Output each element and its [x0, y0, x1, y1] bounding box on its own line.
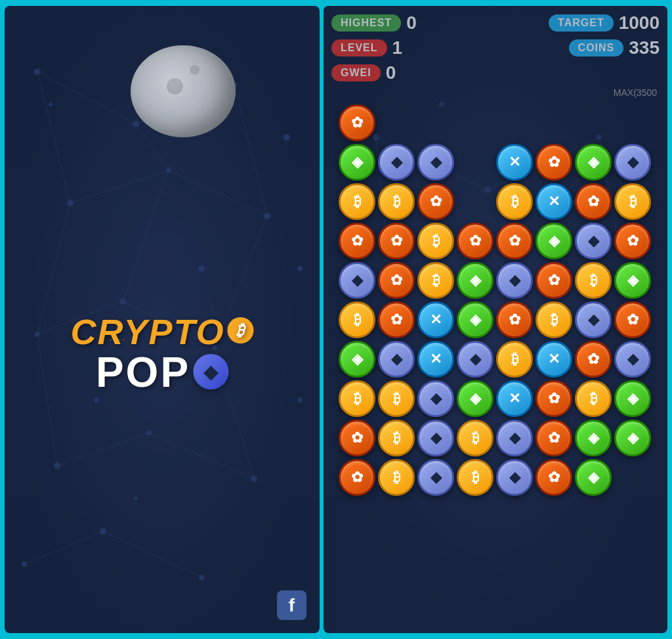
coin-cell[interactable]: ◈ — [457, 301, 494, 338]
coin-cell[interactable]: ◆ — [496, 459, 533, 496]
svg-point-41 — [134, 496, 138, 500]
svg-point-37 — [94, 397, 99, 403]
coin-cell[interactable]: ✕ — [496, 144, 533, 181]
coin-cell[interactable]: ₿ — [339, 183, 375, 220]
coin-cell[interactable]: ◈ — [575, 420, 612, 456]
coin-cell[interactable]: ✿ — [614, 223, 651, 259]
coin-cell[interactable]: ◈ — [536, 223, 572, 259]
coin-cell[interactable]: ◈ — [339, 144, 375, 181]
svg-point-26 — [119, 298, 126, 305]
coin-cell[interactable]: ₿ — [536, 301, 572, 338]
coin-cell[interactable]: ₿ — [339, 380, 375, 417]
coin-cell[interactable]: ✕ — [417, 301, 454, 338]
svg-point-24 — [264, 213, 270, 219]
coin-cell[interactable]: ✿ — [339, 104, 375, 141]
coin-cell[interactable]: ✿ — [536, 144, 572, 181]
coin-cell[interactable]: ◈ — [614, 380, 651, 417]
coin-cell[interactable]: ✿ — [575, 183, 612, 220]
logo-crypto: CRYPTO ₿ — [70, 311, 253, 352]
coin-cell[interactable]: ✿ — [536, 459, 572, 496]
coin-cell[interactable]: ₿ — [496, 183, 533, 220]
coin-cell[interactable]: ◆ — [575, 301, 612, 338]
coin-cell[interactable]: ✿ — [339, 223, 375, 259]
coin-cell[interactable]: ◆ — [457, 341, 494, 378]
coin-cell[interactable]: ◆ — [378, 341, 415, 378]
coin-cell[interactable]: ◆ — [614, 341, 651, 378]
svg-point-38 — [198, 265, 205, 272]
coin-cell[interactable]: ₿ — [378, 183, 415, 220]
svg-point-34 — [284, 134, 290, 141]
right-panel: HIGHEST 0 TARGET 1000 LEVEL 1 COINS 335 … — [324, 6, 667, 633]
coin-cell[interactable]: ✿ — [614, 301, 651, 338]
svg-point-31 — [22, 562, 27, 567]
coin-cell[interactable]: ✿ — [575, 341, 612, 378]
svg-point-29 — [146, 430, 152, 435]
coin-cell[interactable]: ₿ — [378, 459, 415, 496]
dots: · · ·· · — [110, 336, 124, 343]
main-container: CRYPTO ₿ · · ·· · POP ◆ f — [5, 6, 667, 633]
moon — [131, 45, 236, 137]
coin-cell[interactable]: ₿ — [339, 301, 375, 338]
coin-cell[interactable]: ✿ — [378, 301, 415, 338]
svg-point-25 — [35, 332, 40, 337]
coin-cell[interactable]: ✕ — [536, 341, 572, 378]
coin-cell[interactable]: ◈ — [575, 459, 612, 496]
svg-point-19 — [34, 68, 41, 75]
coin-cell[interactable]: ✕ — [417, 341, 454, 378]
coin-cell[interactable]: ✿ — [496, 223, 533, 259]
coin-cell[interactable]: ✿ — [457, 223, 494, 259]
svg-point-35 — [297, 397, 303, 403]
coin-cell[interactable]: ◈ — [614, 262, 651, 299]
coin-cell[interactable]: ◆ — [496, 420, 533, 456]
coin-cell[interactable]: ◆ — [417, 459, 454, 496]
logo-area: CRYPTO ₿ · · ·· · POP ◆ — [70, 311, 253, 397]
coin-cell[interactable]: ◈ — [457, 262, 494, 299]
svg-point-33 — [199, 575, 204, 580]
coin-cell[interactable]: ◆ — [417, 420, 454, 456]
coin-cell[interactable]: ✿ — [339, 420, 375, 456]
coin-cell[interactable]: ✿ — [378, 262, 415, 299]
coin-cell[interactable]: ✿ — [496, 301, 533, 338]
coin-grid: ✿◈◆◆✕✿◈◆₿₿✿₿✕✿₿✿✿₿✿✿◈◆✿◆✿₿◈◆✿₿◈₿✿✕◈✿₿◆✿◈… — [339, 104, 652, 497]
coin-cell[interactable]: ◈ — [457, 380, 494, 417]
coin-cell[interactable]: ◈ — [614, 420, 651, 456]
coin-cell[interactable]: ₿ — [378, 420, 415, 456]
svg-point-23 — [166, 167, 171, 173]
coin-cell[interactable]: ✿ — [339, 459, 375, 496]
coin-cell[interactable]: ◈ — [575, 144, 612, 181]
coin-cell[interactable]: ◆ — [378, 144, 415, 181]
btc-logo-icon: ₿ — [228, 317, 254, 343]
left-panel: CRYPTO ₿ · · ·· · POP ◆ f — [5, 6, 320, 633]
coin-cell[interactable]: ◆ — [496, 262, 533, 299]
coin-cell[interactable]: ✕ — [536, 183, 572, 220]
logo-pop: · · ·· · POP ◆ — [70, 348, 253, 397]
eth-logo-icon: ◆ — [193, 354, 228, 389]
coin-cell[interactable]: ₿ — [614, 183, 651, 220]
coin-cell[interactable]: ✿ — [536, 420, 572, 456]
coin-cell[interactable]: ✿ — [417, 183, 454, 220]
coin-cell[interactable]: ◈ — [339, 341, 375, 378]
coin-cell[interactable]: ✿ — [378, 223, 415, 259]
facebook-button[interactable]: f — [277, 590, 306, 620]
coin-cell[interactable]: ◆ — [417, 144, 454, 181]
coin-cell[interactable]: ◆ — [614, 144, 651, 181]
coin-cell[interactable]: ₿ — [457, 459, 494, 496]
coin-cell[interactable]: ₿ — [575, 262, 612, 299]
coin-cell[interactable]: ✕ — [496, 380, 533, 417]
coin-cell[interactable]: ₿ — [496, 341, 533, 378]
coin-cell[interactable]: ₿ — [417, 262, 454, 299]
svg-point-20 — [133, 121, 139, 127]
coin-cell[interactable]: ✿ — [536, 380, 572, 417]
coin-cell[interactable]: ₿ — [378, 380, 415, 417]
coin-cell[interactable]: ₿ — [575, 380, 612, 417]
coin-cell[interactable]: ◆ — [339, 262, 375, 299]
svg-point-22 — [67, 200, 74, 206]
coin-cell[interactable]: ✿ — [536, 262, 572, 299]
coin-cell[interactable]: ₿ — [457, 420, 494, 456]
svg-point-30 — [251, 475, 257, 482]
coin-cell[interactable]: ◆ — [575, 223, 612, 259]
coin-cell[interactable]: ₿ — [417, 223, 454, 259]
svg-point-39 — [49, 102, 52, 106]
svg-point-28 — [54, 462, 60, 469]
coin-cell[interactable]: ◆ — [417, 380, 454, 417]
